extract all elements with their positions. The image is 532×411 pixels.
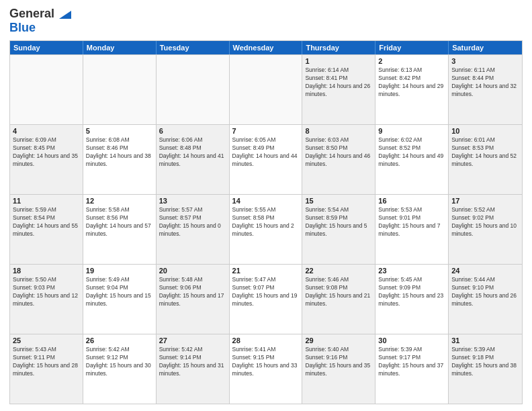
header-day-thursday: Thursday: [302, 41, 375, 54]
calendar-cell: 15Sunrise: 5:54 AMSunset: 8:59 PMDayligh…: [302, 195, 375, 264]
day-number: 23: [378, 267, 445, 275]
calendar-cell: 23Sunrise: 5:45 AMSunset: 9:09 PMDayligh…: [375, 265, 449, 334]
calendar-cell: 7Sunrise: 6:05 AMSunset: 8:49 PMDaylight…: [230, 125, 303, 194]
calendar-week-3: 11Sunrise: 5:59 AMSunset: 8:54 PMDayligh…: [10, 194, 522, 264]
cell-info: Sunrise: 6:06 AMSunset: 8:48 PMDaylight:…: [159, 136, 226, 169]
calendar: SundayMondayTuesdayWednesdayThursdayFrid…: [9, 40, 523, 404]
header-day-sunday: Sunday: [10, 41, 83, 54]
calendar-week-5: 25Sunrise: 5:43 AMSunset: 9:11 PMDayligh…: [10, 334, 522, 404]
day-number: 18: [13, 267, 80, 275]
cell-info: Sunrise: 6:03 AMSunset: 8:50 PMDaylight:…: [305, 136, 372, 169]
calendar-body: 1Sunrise: 6:14 AMSunset: 8:41 PMDaylight…: [10, 54, 522, 404]
day-number: 28: [232, 336, 300, 345]
calendar-cell: 27Sunrise: 5:42 AMSunset: 9:14 PMDayligh…: [157, 334, 230, 404]
calendar-cell: 19Sunrise: 5:49 AMSunset: 9:04 PMDayligh…: [83, 265, 157, 334]
day-number: 14: [232, 197, 300, 205]
calendar-cell: 10Sunrise: 6:01 AMSunset: 8:53 PMDayligh…: [449, 125, 522, 194]
cell-info: Sunrise: 6:02 AMSunset: 8:52 PMDaylight:…: [378, 136, 445, 169]
calendar-cell: 12Sunrise: 5:58 AMSunset: 8:56 PMDayligh…: [83, 195, 157, 264]
cell-info: Sunrise: 5:52 AMSunset: 9:02 PMDaylight:…: [451, 206, 519, 238]
day-number: 13: [159, 197, 226, 205]
calendar-cell: 18Sunrise: 5:50 AMSunset: 9:03 PMDayligh…: [10, 265, 83, 334]
calendar-cell: 9Sunrise: 6:02 AMSunset: 8:52 PMDaylight…: [375, 125, 449, 194]
cell-info: Sunrise: 5:59 AMSunset: 8:54 PMDaylight:…: [13, 206, 80, 238]
calendar-cell: 22Sunrise: 5:46 AMSunset: 9:08 PMDayligh…: [302, 265, 375, 334]
day-number: 12: [86, 197, 153, 205]
calendar-cell: 21Sunrise: 5:47 AMSunset: 9:07 PMDayligh…: [230, 265, 303, 334]
day-number: 17: [451, 197, 519, 205]
day-number: 15: [305, 197, 372, 205]
calendar-cell: 8Sunrise: 6:03 AMSunset: 8:50 PMDaylight…: [302, 125, 375, 194]
header-day-tuesday: Tuesday: [157, 41, 230, 54]
cell-info: Sunrise: 5:57 AMSunset: 8:57 PMDaylight:…: [159, 206, 226, 238]
day-number: 4: [13, 127, 80, 135]
calendar-header: SundayMondayTuesdayWednesdayThursdayFrid…: [10, 41, 522, 54]
page: General Blue SundayMondayTuesdayWednesda…: [0, 0, 532, 411]
calendar-cell: 11Sunrise: 5:59 AMSunset: 8:54 PMDayligh…: [10, 195, 83, 264]
cell-info: Sunrise: 5:58 AMSunset: 8:56 PMDaylight:…: [86, 206, 153, 238]
day-number: 2: [378, 57, 445, 65]
calendar-cell: 20Sunrise: 5:48 AMSunset: 9:06 PMDayligh…: [157, 265, 230, 334]
logo-blue: Blue: [9, 21, 36, 34]
day-number: 20: [159, 267, 226, 275]
calendar-cell: 24Sunrise: 5:44 AMSunset: 9:10 PMDayligh…: [449, 265, 522, 334]
cell-info: Sunrise: 6:08 AMSunset: 8:46 PMDaylight:…: [86, 136, 153, 169]
calendar-cell: 28Sunrise: 5:41 AMSunset: 9:15 PMDayligh…: [230, 334, 303, 404]
cell-info: Sunrise: 6:01 AMSunset: 8:53 PMDaylight:…: [451, 136, 519, 169]
calendar-cell: 1Sunrise: 6:14 AMSunset: 8:41 PMDaylight…: [302, 55, 375, 124]
cell-info: Sunrise: 5:54 AMSunset: 8:59 PMDaylight:…: [305, 206, 372, 238]
calendar-cell: 30Sunrise: 5:39 AMSunset: 9:17 PMDayligh…: [375, 334, 449, 404]
calendar-week-2: 4Sunrise: 6:09 AMSunset: 8:45 PMDaylight…: [10, 124, 522, 194]
header-day-saturday: Saturday: [449, 41, 522, 54]
calendar-cell: [157, 55, 230, 124]
day-number: 30: [378, 336, 445, 345]
day-number: 19: [86, 267, 153, 275]
day-number: 6: [159, 127, 226, 135]
cell-info: Sunrise: 6:05 AMSunset: 8:49 PMDaylight:…: [232, 136, 300, 169]
header-day-monday: Monday: [83, 41, 157, 54]
calendar-cell: 3Sunrise: 6:11 AMSunset: 8:44 PMDaylight…: [449, 55, 522, 124]
calendar-cell: 6Sunrise: 6:06 AMSunset: 8:48 PMDaylight…: [157, 125, 230, 194]
cell-info: Sunrise: 6:09 AMSunset: 8:45 PMDaylight:…: [13, 136, 80, 169]
cell-info: Sunrise: 5:48 AMSunset: 9:06 PMDaylight:…: [159, 276, 226, 308]
cell-info: Sunrise: 5:47 AMSunset: 9:07 PMDaylight:…: [232, 276, 300, 308]
calendar-week-4: 18Sunrise: 5:50 AMSunset: 9:03 PMDayligh…: [10, 264, 522, 334]
calendar-cell: 26Sunrise: 5:42 AMSunset: 9:12 PMDayligh…: [83, 334, 157, 404]
calendar-cell: 31Sunrise: 5:39 AMSunset: 9:18 PMDayligh…: [449, 334, 522, 404]
cell-info: Sunrise: 5:39 AMSunset: 9:17 PMDaylight:…: [378, 346, 445, 378]
calendar-cell: 4Sunrise: 6:09 AMSunset: 8:45 PMDaylight…: [10, 125, 83, 194]
cell-info: Sunrise: 5:55 AMSunset: 8:58 PMDaylight:…: [232, 206, 300, 238]
logo-general: General: [9, 7, 54, 20]
cell-info: Sunrise: 5:53 AMSunset: 9:01 PMDaylight:…: [378, 206, 445, 238]
svg-marker-0: [59, 11, 71, 19]
day-number: 7: [232, 127, 300, 135]
day-number: 3: [451, 57, 519, 65]
day-number: 8: [305, 127, 372, 135]
cell-info: Sunrise: 5:43 AMSunset: 9:11 PMDaylight:…: [13, 346, 80, 378]
cell-info: Sunrise: 6:13 AMSunset: 8:42 PMDaylight:…: [378, 66, 445, 99]
calendar-cell: [230, 55, 303, 124]
cell-info: Sunrise: 5:40 AMSunset: 9:16 PMDaylight:…: [305, 346, 372, 378]
day-number: 29: [305, 336, 372, 345]
cell-info: Sunrise: 6:11 AMSunset: 8:44 PMDaylight:…: [451, 66, 519, 99]
calendar-cell: 2Sunrise: 6:13 AMSunset: 8:42 PMDaylight…: [375, 55, 449, 124]
cell-info: Sunrise: 5:50 AMSunset: 9:03 PMDaylight:…: [13, 276, 80, 308]
day-number: 1: [305, 57, 372, 65]
cell-info: Sunrise: 5:41 AMSunset: 9:15 PMDaylight:…: [232, 346, 300, 378]
logo: General Blue: [9, 7, 71, 35]
logo-triangle-icon: [59, 11, 71, 19]
cell-info: Sunrise: 5:42 AMSunset: 9:14 PMDaylight:…: [159, 346, 226, 378]
day-number: 22: [305, 267, 372, 275]
calendar-week-1: 1Sunrise: 6:14 AMSunset: 8:41 PMDaylight…: [10, 54, 522, 124]
cell-info: Sunrise: 5:46 AMSunset: 9:08 PMDaylight:…: [305, 276, 372, 308]
day-number: 10: [451, 127, 519, 135]
cell-info: Sunrise: 5:39 AMSunset: 9:18 PMDaylight:…: [451, 346, 519, 378]
day-number: 25: [13, 336, 80, 345]
header-day-friday: Friday: [375, 41, 449, 54]
day-number: 16: [378, 197, 445, 205]
calendar-cell: 29Sunrise: 5:40 AMSunset: 9:16 PMDayligh…: [302, 334, 375, 404]
day-number: 31: [451, 336, 519, 345]
calendar-cell: 25Sunrise: 5:43 AMSunset: 9:11 PMDayligh…: [10, 334, 83, 404]
cell-info: Sunrise: 5:45 AMSunset: 9:09 PMDaylight:…: [378, 276, 445, 308]
day-number: 5: [86, 127, 153, 135]
